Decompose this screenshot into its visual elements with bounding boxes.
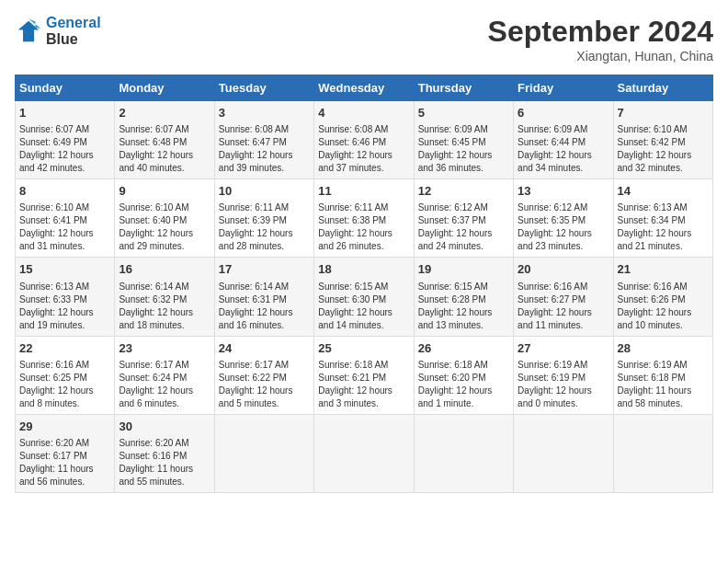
- day-cell: 16Sunrise: 6:14 AM Sunset: 6:32 PM Dayli…: [115, 258, 214, 336]
- day-number: 14: [618, 183, 709, 200]
- day-info: Sunrise: 6:18 AM Sunset: 6:20 PM Dayligh…: [418, 359, 509, 410]
- column-header-monday: Monday: [115, 75, 214, 101]
- column-header-thursday: Thursday: [414, 75, 513, 101]
- day-cell: [414, 414, 513, 492]
- day-info: Sunrise: 6:16 AM Sunset: 6:27 PM Dayligh…: [518, 281, 609, 332]
- day-number: 23: [119, 340, 210, 357]
- day-info: Sunrise: 6:17 AM Sunset: 6:22 PM Dayligh…: [219, 359, 310, 410]
- day-info: Sunrise: 6:07 AM Sunset: 6:49 PM Dayligh…: [19, 123, 110, 175]
- column-header-wednesday: Wednesday: [314, 75, 414, 101]
- day-number: 25: [318, 340, 409, 357]
- day-cell: 23Sunrise: 6:17 AM Sunset: 6:24 PM Dayli…: [115, 336, 214, 414]
- month-title: September 2024: [488, 15, 713, 49]
- day-cell: 7Sunrise: 6:10 AM Sunset: 6:42 PM Daylig…: [613, 101, 712, 179]
- day-info: Sunrise: 6:08 AM Sunset: 6:46 PM Dayligh…: [318, 123, 409, 175]
- day-info: Sunrise: 6:15 AM Sunset: 6:28 PM Dayligh…: [418, 281, 509, 332]
- day-cell: 8Sunrise: 6:10 AM Sunset: 6:41 PM Daylig…: [16, 179, 115, 258]
- svg-marker-0: [18, 21, 40, 42]
- day-info: Sunrise: 6:19 AM Sunset: 6:18 PM Dayligh…: [618, 359, 709, 410]
- column-header-friday: Friday: [514, 75, 613, 101]
- day-info: Sunrise: 6:12 AM Sunset: 6:37 PM Dayligh…: [418, 201, 509, 253]
- day-cell: 28Sunrise: 6:19 AM Sunset: 6:18 PM Dayli…: [613, 336, 712, 414]
- day-cell: 4Sunrise: 6:08 AM Sunset: 6:46 PM Daylig…: [314, 101, 414, 179]
- day-number: 6: [518, 105, 609, 121]
- day-info: Sunrise: 6:19 AM Sunset: 6:19 PM Dayligh…: [518, 359, 609, 410]
- day-info: Sunrise: 6:20 AM Sunset: 6:17 PM Dayligh…: [19, 437, 110, 488]
- day-cell: [314, 414, 414, 492]
- day-number: 9: [119, 183, 210, 200]
- day-info: Sunrise: 6:07 AM Sunset: 6:48 PM Dayligh…: [119, 123, 210, 175]
- day-number: 4: [318, 105, 409, 121]
- day-cell: 14Sunrise: 6:13 AM Sunset: 6:34 PM Dayli…: [613, 179, 712, 258]
- day-cell: 10Sunrise: 6:11 AM Sunset: 6:39 PM Dayli…: [214, 179, 313, 258]
- day-info: Sunrise: 6:10 AM Sunset: 6:40 PM Dayligh…: [119, 201, 210, 253]
- day-cell: 30Sunrise: 6:20 AM Sunset: 6:16 PM Dayli…: [115, 414, 214, 492]
- day-number: 11: [318, 183, 409, 200]
- day-info: Sunrise: 6:18 AM Sunset: 6:21 PM Dayligh…: [318, 359, 409, 410]
- day-cell: 2Sunrise: 6:07 AM Sunset: 6:48 PM Daylig…: [115, 101, 214, 179]
- title-block: September 2024 Xiangtan, Hunan, China: [488, 15, 713, 63]
- day-cell: 12Sunrise: 6:12 AM Sunset: 6:37 PM Dayli…: [414, 179, 513, 258]
- week-row-2: 8Sunrise: 6:10 AM Sunset: 6:41 PM Daylig…: [16, 179, 713, 258]
- day-cell: 24Sunrise: 6:17 AM Sunset: 6:22 PM Dayli…: [214, 336, 313, 414]
- day-number: 16: [119, 261, 210, 278]
- day-info: Sunrise: 6:11 AM Sunset: 6:38 PM Dayligh…: [318, 201, 409, 253]
- day-number: 18: [318, 261, 409, 278]
- location: Xiangtan, Hunan, China: [488, 49, 713, 63]
- day-cell: 11Sunrise: 6:11 AM Sunset: 6:38 PM Dayli…: [314, 179, 414, 258]
- column-header-tuesday: Tuesday: [214, 75, 313, 101]
- day-number: 30: [119, 419, 210, 435]
- day-info: Sunrise: 6:15 AM Sunset: 6:30 PM Dayligh…: [318, 281, 409, 332]
- day-cell: [214, 414, 313, 492]
- day-info: Sunrise: 6:16 AM Sunset: 6:25 PM Dayligh…: [19, 359, 110, 410]
- day-number: 8: [19, 183, 110, 200]
- day-cell: 15Sunrise: 6:13 AM Sunset: 6:33 PM Dayli…: [16, 258, 115, 336]
- day-number: 1: [19, 105, 110, 121]
- week-row-5: 29Sunrise: 6:20 AM Sunset: 6:17 PM Dayli…: [16, 414, 713, 492]
- page-header: General Blue September 2024 Xiangtan, Hu…: [15, 15, 713, 63]
- day-info: Sunrise: 6:09 AM Sunset: 6:45 PM Dayligh…: [418, 123, 509, 175]
- column-header-sunday: Sunday: [16, 75, 115, 101]
- day-number: 29: [19, 419, 110, 435]
- week-row-1: 1Sunrise: 6:07 AM Sunset: 6:49 PM Daylig…: [16, 101, 713, 179]
- day-cell: 5Sunrise: 6:09 AM Sunset: 6:45 PM Daylig…: [414, 101, 513, 179]
- day-cell: 17Sunrise: 6:14 AM Sunset: 6:31 PM Dayli…: [214, 258, 313, 336]
- day-number: 2: [119, 105, 210, 121]
- day-number: 12: [418, 183, 509, 200]
- logo: General Blue: [15, 15, 101, 48]
- logo-text: General Blue: [46, 15, 101, 48]
- week-row-3: 15Sunrise: 6:13 AM Sunset: 6:33 PM Dayli…: [16, 258, 713, 336]
- day-number: 3: [219, 105, 310, 121]
- day-info: Sunrise: 6:09 AM Sunset: 6:44 PM Dayligh…: [518, 123, 609, 175]
- day-info: Sunrise: 6:13 AM Sunset: 6:33 PM Dayligh…: [19, 281, 110, 332]
- day-number: 13: [518, 183, 609, 200]
- day-info: Sunrise: 6:13 AM Sunset: 6:34 PM Dayligh…: [618, 201, 709, 253]
- day-number: 17: [219, 261, 310, 278]
- day-cell: 6Sunrise: 6:09 AM Sunset: 6:44 PM Daylig…: [514, 101, 613, 179]
- day-info: Sunrise: 6:20 AM Sunset: 6:16 PM Dayligh…: [119, 437, 210, 488]
- day-cell: [514, 414, 613, 492]
- day-number: 28: [618, 340, 709, 357]
- day-cell: 18Sunrise: 6:15 AM Sunset: 6:30 PM Dayli…: [314, 258, 414, 336]
- day-cell: 21Sunrise: 6:16 AM Sunset: 6:26 PM Dayli…: [613, 258, 712, 336]
- day-info: Sunrise: 6:11 AM Sunset: 6:39 PM Dayligh…: [219, 201, 310, 253]
- day-cell: 22Sunrise: 6:16 AM Sunset: 6:25 PM Dayli…: [16, 336, 115, 414]
- day-cell: 1Sunrise: 6:07 AM Sunset: 6:49 PM Daylig…: [16, 101, 115, 179]
- day-info: Sunrise: 6:14 AM Sunset: 6:32 PM Dayligh…: [119, 281, 210, 332]
- day-number: 5: [418, 105, 509, 121]
- day-info: Sunrise: 6:16 AM Sunset: 6:26 PM Dayligh…: [618, 281, 709, 332]
- day-number: 26: [418, 340, 509, 357]
- logo-icon: [15, 17, 42, 45]
- day-info: Sunrise: 6:08 AM Sunset: 6:47 PM Dayligh…: [219, 123, 310, 175]
- day-number: 22: [19, 340, 110, 357]
- day-number: 7: [618, 105, 709, 121]
- day-info: Sunrise: 6:12 AM Sunset: 6:35 PM Dayligh…: [518, 201, 609, 253]
- day-cell: 3Sunrise: 6:08 AM Sunset: 6:47 PM Daylig…: [214, 101, 313, 179]
- day-info: Sunrise: 6:14 AM Sunset: 6:31 PM Dayligh…: [219, 281, 310, 332]
- day-cell: 26Sunrise: 6:18 AM Sunset: 6:20 PM Dayli…: [414, 336, 513, 414]
- day-number: 19: [418, 261, 509, 278]
- day-number: 27: [518, 340, 609, 357]
- day-cell: [613, 414, 712, 492]
- day-cell: 27Sunrise: 6:19 AM Sunset: 6:19 PM Dayli…: [514, 336, 613, 414]
- day-info: Sunrise: 6:10 AM Sunset: 6:42 PM Dayligh…: [618, 123, 709, 175]
